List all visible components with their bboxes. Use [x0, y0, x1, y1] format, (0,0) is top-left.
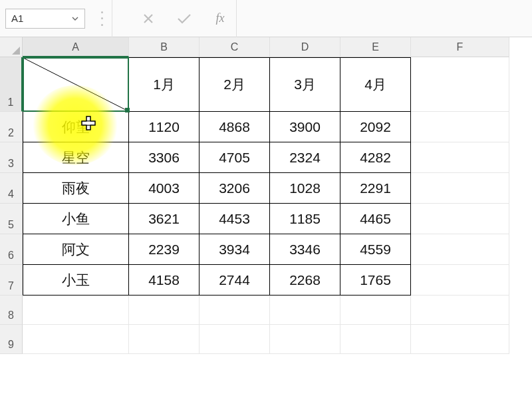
diagonal-line-icon [23, 58, 128, 111]
row-header-4[interactable]: 4 [0, 173, 23, 204]
row-header-2[interactable]: 2 [0, 112, 23, 142]
cell-E9[interactable] [340, 325, 411, 354]
cell-B1[interactable]: 1月 [129, 57, 200, 112]
cell-C9[interactable] [200, 325, 270, 354]
table-row: 4 雨夜 4003 3206 1028 2291 [0, 173, 532, 204]
col-header-F[interactable]: F [411, 37, 509, 57]
row-header-6[interactable]: 6 [0, 234, 23, 265]
cell-A2[interactable]: 仰望 [23, 112, 129, 142]
cell-D6[interactable]: 3346 [270, 234, 340, 265]
cell-C4[interactable]: 3206 [200, 173, 270, 204]
cell-E2[interactable]: 2092 [340, 112, 411, 142]
cell-A3[interactable]: 星空 [23, 142, 129, 173]
name-box-value: A1 [11, 13, 71, 24]
cell-A8[interactable] [23, 296, 129, 325]
row-header-3[interactable]: 3 [0, 142, 23, 173]
cell-C8[interactable] [200, 296, 270, 325]
cell-D7[interactable]: 2268 [270, 265, 340, 296]
cell-A6[interactable]: 阿文 [23, 234, 129, 265]
chevron-down-icon[interactable] [71, 15, 79, 23]
cell-D2[interactable]: 3900 [270, 112, 340, 142]
cell-F9[interactable] [411, 325, 509, 354]
cell-F6[interactable] [411, 234, 509, 265]
col-header-B[interactable]: B [129, 37, 200, 57]
table-row: 6 阿文 2239 3934 3346 4559 [0, 234, 532, 265]
formula-input[interactable] [254, 9, 527, 29]
cell-D8[interactable] [270, 296, 340, 325]
cell-D9[interactable] [270, 325, 340, 354]
cell-A1[interactable] [23, 57, 129, 112]
col-header-E[interactable]: E [340, 37, 411, 57]
cell-B5[interactable]: 3621 [129, 204, 200, 234]
row-header-7[interactable]: 7 [0, 265, 23, 296]
svg-line-0 [23, 58, 128, 111]
table-row: 8 [0, 296, 532, 325]
cell-F2[interactable] [411, 112, 509, 142]
cell-A5[interactable]: 小鱼 [23, 204, 129, 234]
table-row: 5 小鱼 3621 4453 1185 4465 [0, 204, 532, 234]
cell-D3[interactable]: 2324 [270, 142, 340, 173]
fx-icon: fx [216, 11, 225, 25]
cell-F4[interactable] [411, 173, 509, 204]
separator [112, 0, 112, 37]
cell-C6[interactable]: 3934 [200, 234, 270, 265]
cell-C7[interactable]: 2744 [200, 265, 270, 296]
separator [236, 0, 237, 37]
select-all-corner[interactable] [0, 37, 23, 57]
grid-rows: 1 1月 2月 3月 4月 2 仰望 1120 4868 3900 2092 [0, 57, 532, 354]
cell-B6[interactable]: 2239 [129, 234, 200, 265]
drag-handle-icon[interactable] [98, 11, 105, 26]
table-row: 1 1月 2月 3月 4月 [0, 57, 532, 112]
cell-C1[interactable]: 2月 [200, 57, 270, 112]
col-header-A[interactable]: A [23, 37, 129, 57]
cell-B3[interactable]: 3306 [129, 142, 200, 173]
cell-F8[interactable] [411, 296, 509, 325]
cell-E8[interactable] [340, 296, 411, 325]
spreadsheet-grid[interactable]: A B C D E F 1 1月 2月 3月 4月 2 [0, 37, 532, 354]
insert-function-button[interactable]: fx [211, 9, 229, 28]
cell-B8[interactable] [129, 296, 200, 325]
cell-B2[interactable]: 1120 [129, 112, 200, 142]
cell-E7[interactable]: 1765 [340, 265, 411, 296]
table-row: 2 仰望 1120 4868 3900 2092 [0, 112, 532, 142]
cell-F7[interactable] [411, 265, 509, 296]
table-row: 9 [0, 325, 532, 354]
cell-C3[interactable]: 4705 [200, 142, 270, 173]
col-header-D[interactable]: D [270, 37, 340, 57]
cell-A4[interactable]: 雨夜 [23, 173, 129, 204]
cell-F3[interactable] [411, 142, 509, 173]
cell-F1[interactable] [411, 57, 509, 112]
cell-B7[interactable]: 4158 [129, 265, 200, 296]
cancel-formula-button[interactable] [139, 9, 158, 28]
row-header-9[interactable]: 9 [0, 325, 23, 354]
cell-C5[interactable]: 4453 [200, 204, 270, 234]
cell-A9[interactable] [23, 325, 129, 354]
cell-B9[interactable] [129, 325, 200, 354]
cell-F5[interactable] [411, 204, 509, 234]
row-header-5[interactable]: 5 [0, 204, 23, 234]
col-header-C[interactable]: C [200, 37, 270, 57]
table-row: 7 小玉 4158 2744 2268 1765 [0, 265, 532, 296]
cell-D1[interactable]: 3月 [270, 57, 340, 112]
row-header-1[interactable]: 1 [0, 57, 23, 112]
cell-C2[interactable]: 4868 [200, 112, 270, 142]
formula-bar: A1 fx [0, 0, 532, 37]
cell-B4[interactable]: 4003 [129, 173, 200, 204]
cell-E5[interactable]: 4465 [340, 204, 411, 234]
cell-E1[interactable]: 4月 [340, 57, 411, 112]
accept-formula-button[interactable] [175, 9, 194, 28]
table-row: 3 星空 3306 4705 2324 4282 [0, 142, 532, 173]
row-header-8[interactable]: 8 [0, 296, 23, 325]
cell-D5[interactable]: 1185 [270, 204, 340, 234]
cell-E6[interactable]: 4559 [340, 234, 411, 265]
cell-E4[interactable]: 2291 [340, 173, 411, 204]
cell-E3[interactable]: 4282 [340, 142, 411, 173]
cell-A7[interactable]: 小玉 [23, 265, 129, 296]
column-headers: A B C D E F [0, 37, 532, 57]
name-box[interactable]: A1 [5, 9, 85, 29]
cell-D4[interactable]: 1028 [270, 173, 340, 204]
